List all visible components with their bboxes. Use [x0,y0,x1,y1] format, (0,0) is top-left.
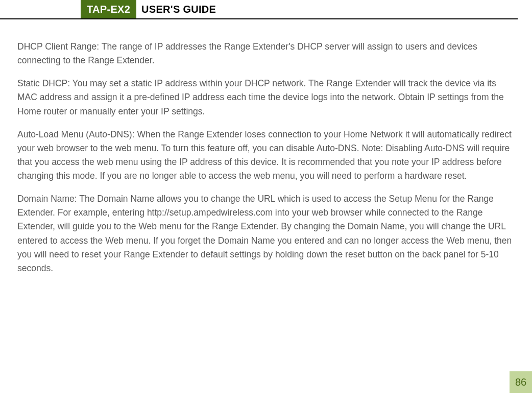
paragraph-dhcp-range: DHCP Client Range: The range of IP addre… [17,40,515,67]
paragraph-domain-name: Domain Name: The Domain Name allows you … [17,192,515,275]
header-left-spacer [0,0,81,18]
page-number: 86 [510,371,532,393]
paragraph-auto-dns: Auto-Load Menu (Auto-DNS): When the Rang… [17,128,515,183]
paragraph-static-dhcp: Static DHCP: You may set a static IP add… [17,77,515,118]
guide-title: USER'S GUIDE [136,0,221,18]
page-content: DHCP Client Range: The range of IP addre… [0,19,532,275]
product-badge: TAP-EX2 [81,0,136,18]
page-header: TAP-EX2 USER'S GUIDE [0,0,518,19]
